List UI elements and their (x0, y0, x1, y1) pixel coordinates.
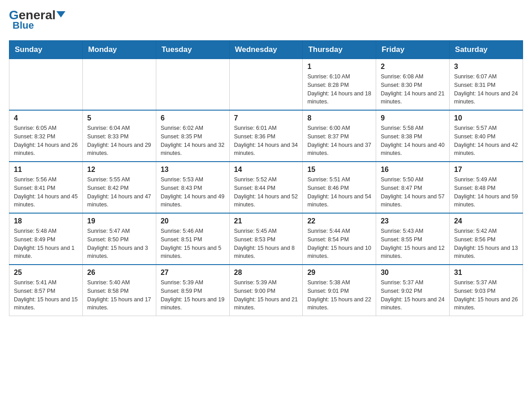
calendar-cell: 12Sunrise: 5:55 AMSunset: 8:42 PMDayligh… (82, 162, 156, 213)
day-number: 19 (87, 217, 151, 225)
day-number: 25 (14, 269, 78, 277)
day-number: 7 (234, 114, 298, 122)
calendar-cell: 19Sunrise: 5:47 AMSunset: 8:50 PMDayligh… (82, 213, 156, 265)
calendar-cell: 13Sunrise: 5:53 AMSunset: 8:43 PMDayligh… (156, 162, 229, 213)
day-number: 9 (381, 114, 445, 122)
calendar-cell: 28Sunrise: 5:39 AMSunset: 9:00 PMDayligh… (229, 265, 303, 316)
day-info: Sunrise: 5:46 AMSunset: 8:51 PMDaylight:… (161, 227, 225, 261)
day-info: Sunrise: 6:05 AMSunset: 8:32 PMDaylight:… (14, 124, 78, 158)
day-info: Sunrise: 6:04 AMSunset: 8:33 PMDaylight:… (87, 124, 151, 158)
day-number: 31 (454, 269, 518, 277)
calendar-cell: 15Sunrise: 5:51 AMSunset: 8:46 PMDayligh… (303, 162, 376, 213)
weekday-header-tuesday: Tuesday (156, 41, 229, 59)
calendar-week-row: 25Sunrise: 5:41 AMSunset: 8:57 PMDayligh… (9, 265, 523, 316)
page-header: General Blue (9, 9, 523, 31)
calendar-cell: 20Sunrise: 5:46 AMSunset: 8:51 PMDayligh… (156, 213, 229, 265)
day-number: 8 (307, 114, 371, 122)
calendar-cell: 4Sunrise: 6:05 AMSunset: 8:32 PMDaylight… (9, 110, 83, 162)
day-number: 14 (234, 166, 298, 174)
day-info: Sunrise: 5:58 AMSunset: 8:38 PMDaylight:… (381, 124, 445, 158)
day-number: 2 (381, 63, 445, 71)
day-info: Sunrise: 5:40 AMSunset: 8:58 PMDaylight:… (87, 278, 151, 312)
weekday-header-wednesday: Wednesday (229, 41, 303, 59)
day-info: Sunrise: 6:02 AMSunset: 8:35 PMDaylight:… (161, 124, 225, 158)
day-info: Sunrise: 5:56 AMSunset: 8:41 PMDaylight:… (14, 176, 78, 209)
calendar-cell: 11Sunrise: 5:56 AMSunset: 8:41 PMDayligh… (9, 162, 83, 213)
day-info: Sunrise: 5:51 AMSunset: 8:46 PMDaylight:… (307, 176, 371, 209)
day-info: Sunrise: 5:44 AMSunset: 8:54 PMDaylight:… (307, 227, 371, 261)
day-number: 1 (307, 63, 371, 71)
calendar-cell: 10Sunrise: 5:57 AMSunset: 8:40 PMDayligh… (450, 110, 523, 162)
calendar-cell: 5Sunrise: 6:04 AMSunset: 8:33 PMDaylight… (82, 110, 156, 162)
day-info: Sunrise: 5:45 AMSunset: 8:53 PMDaylight:… (234, 227, 298, 261)
day-number: 3 (454, 63, 518, 71)
calendar-cell: 22Sunrise: 5:44 AMSunset: 8:54 PMDayligh… (303, 213, 376, 265)
day-number: 17 (454, 166, 518, 174)
day-info: Sunrise: 5:55 AMSunset: 8:42 PMDaylight:… (87, 176, 151, 209)
day-number: 28 (234, 269, 298, 277)
day-number: 18 (14, 217, 78, 225)
day-info: Sunrise: 5:37 AMSunset: 9:02 PMDaylight:… (381, 278, 445, 312)
calendar-cell: 31Sunrise: 5:37 AMSunset: 9:03 PMDayligh… (450, 265, 523, 316)
calendar-cell: 30Sunrise: 5:37 AMSunset: 9:02 PMDayligh… (376, 265, 450, 316)
weekday-header-row: SundayMondayTuesdayWednesdayThursdayFrid… (9, 41, 523, 59)
day-info: Sunrise: 5:50 AMSunset: 8:47 PMDaylight:… (381, 176, 445, 209)
calendar-table: SundayMondayTuesdayWednesdayThursdayFrid… (9, 40, 523, 316)
day-number: 30 (381, 269, 445, 277)
day-info: Sunrise: 5:47 AMSunset: 8:50 PMDaylight:… (87, 227, 151, 261)
calendar-cell: 29Sunrise: 5:38 AMSunset: 9:01 PMDayligh… (303, 265, 376, 316)
calendar-cell: 14Sunrise: 5:52 AMSunset: 8:44 PMDayligh… (229, 162, 303, 213)
day-info: Sunrise: 5:39 AMSunset: 8:59 PMDaylight:… (161, 278, 225, 312)
calendar-cell: 27Sunrise: 5:39 AMSunset: 8:59 PMDayligh… (156, 265, 229, 316)
calendar-week-row: 18Sunrise: 5:48 AMSunset: 8:49 PMDayligh… (9, 213, 523, 265)
logo-blue-text: Blue (13, 20, 34, 31)
day-number: 24 (454, 217, 518, 225)
day-info: Sunrise: 6:08 AMSunset: 8:30 PMDaylight:… (381, 73, 445, 106)
weekday-header-friday: Friday (376, 41, 450, 59)
calendar-cell (229, 59, 303, 111)
day-info: Sunrise: 6:01 AMSunset: 8:36 PMDaylight:… (234, 124, 298, 158)
logo: General Blue (9, 9, 65, 31)
day-info: Sunrise: 6:10 AMSunset: 8:28 PMDaylight:… (307, 73, 371, 106)
day-number: 4 (14, 114, 78, 122)
day-info: Sunrise: 5:52 AMSunset: 8:44 PMDaylight:… (234, 176, 298, 209)
calendar-cell: 8Sunrise: 6:00 AMSunset: 8:37 PMDaylight… (303, 110, 376, 162)
day-number: 29 (307, 269, 371, 277)
day-info: Sunrise: 5:39 AMSunset: 9:00 PMDaylight:… (234, 278, 298, 312)
calendar-cell: 3Sunrise: 6:07 AMSunset: 8:31 PMDaylight… (450, 59, 523, 111)
day-info: Sunrise: 5:48 AMSunset: 8:49 PMDaylight:… (14, 227, 78, 261)
day-number: 11 (14, 166, 78, 174)
calendar-cell: 16Sunrise: 5:50 AMSunset: 8:47 PMDayligh… (376, 162, 450, 213)
day-info: Sunrise: 5:37 AMSunset: 9:03 PMDaylight:… (454, 278, 518, 312)
calendar-week-row: 4Sunrise: 6:05 AMSunset: 8:32 PMDaylight… (9, 110, 523, 162)
calendar-cell: 17Sunrise: 5:49 AMSunset: 8:48 PMDayligh… (450, 162, 523, 213)
day-info: Sunrise: 5:49 AMSunset: 8:48 PMDaylight:… (454, 176, 518, 209)
day-number: 21 (234, 217, 298, 225)
day-number: 16 (381, 166, 445, 174)
day-number: 13 (161, 166, 225, 174)
calendar-week-row: 11Sunrise: 5:56 AMSunset: 8:41 PMDayligh… (9, 162, 523, 213)
calendar-cell: 2Sunrise: 6:08 AMSunset: 8:30 PMDaylight… (376, 59, 450, 111)
day-info: Sunrise: 5:38 AMSunset: 9:01 PMDaylight:… (307, 278, 371, 312)
day-info: Sunrise: 6:07 AMSunset: 8:31 PMDaylight:… (454, 73, 518, 106)
calendar-cell: 26Sunrise: 5:40 AMSunset: 8:58 PMDayligh… (82, 265, 156, 316)
weekday-header-thursday: Thursday (303, 41, 376, 59)
day-number: 27 (161, 269, 225, 277)
calendar-cell: 24Sunrise: 5:42 AMSunset: 8:56 PMDayligh… (450, 213, 523, 265)
calendar-cell: 23Sunrise: 5:43 AMSunset: 8:55 PMDayligh… (376, 213, 450, 265)
logo-triangle-icon (56, 11, 65, 17)
day-number: 20 (161, 217, 225, 225)
calendar-cell (82, 59, 156, 111)
day-number: 5 (87, 114, 151, 122)
calendar-cell (156, 59, 229, 111)
day-info: Sunrise: 6:00 AMSunset: 8:37 PMDaylight:… (307, 124, 371, 158)
day-number: 15 (307, 166, 371, 174)
calendar-cell: 6Sunrise: 6:02 AMSunset: 8:35 PMDaylight… (156, 110, 229, 162)
day-info: Sunrise: 5:53 AMSunset: 8:43 PMDaylight:… (161, 176, 225, 209)
calendar-week-row: 1Sunrise: 6:10 AMSunset: 8:28 PMDaylight… (9, 59, 523, 111)
calendar-cell: 21Sunrise: 5:45 AMSunset: 8:53 PMDayligh… (229, 213, 303, 265)
day-number: 26 (87, 269, 151, 277)
day-info: Sunrise: 5:57 AMSunset: 8:40 PMDaylight:… (454, 124, 518, 158)
calendar-cell: 7Sunrise: 6:01 AMSunset: 8:36 PMDaylight… (229, 110, 303, 162)
day-info: Sunrise: 5:41 AMSunset: 8:57 PMDaylight:… (14, 278, 78, 312)
